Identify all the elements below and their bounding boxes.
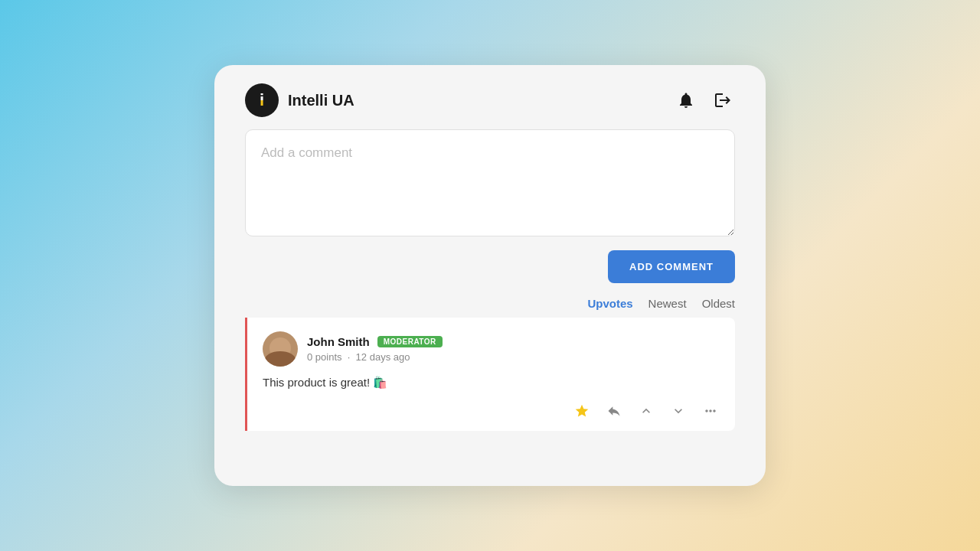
comment-time: 12 days ago (356, 351, 410, 363)
downvote-icon (671, 403, 686, 419)
main-card: i Intelli UA ADD COMMENT Upvotes Newest (214, 65, 766, 486)
app-name: Intelli UA (288, 92, 354, 109)
app-logo: i (245, 83, 279, 117)
bell-icon (677, 91, 695, 109)
upvote-icon (639, 403, 654, 419)
comments-list: John Smith MODERATOR 0 points · 12 days … (245, 318, 735, 431)
comment-author: John Smith (307, 335, 370, 348)
comment-meta: John Smith MODERATOR 0 points · 12 days … (307, 335, 443, 363)
more-button[interactable] (701, 402, 720, 420)
comment-actions (263, 402, 720, 420)
sort-oldest[interactable]: Oldest (702, 297, 735, 310)
comment-header: John Smith MODERATOR 0 points · 12 days … (263, 331, 720, 367)
notification-button[interactable] (674, 88, 698, 112)
logout-icon (714, 91, 732, 109)
logo-area: i Intelli UA (245, 83, 354, 117)
header: i Intelli UA (214, 65, 766, 129)
downvote-button[interactable] (669, 402, 688, 420)
comment-author-row: John Smith MODERATOR (307, 335, 443, 348)
comment-body: This product is great! 🛍️ (263, 376, 720, 390)
upvote-button[interactable] (637, 402, 655, 420)
sort-row: Upvotes Newest Oldest (245, 297, 735, 310)
logout-button[interactable] (710, 88, 735, 112)
comment-textarea[interactable] (245, 129, 735, 236)
main-content: ADD COMMENT Upvotes Newest Oldest John S… (214, 129, 766, 431)
logo-letter: i (260, 90, 264, 110)
sort-upvotes[interactable]: Upvotes (587, 297, 632, 310)
moderator-badge: MODERATOR (377, 336, 443, 347)
star-button[interactable] (573, 402, 591, 420)
star-icon (574, 403, 590, 419)
reply-icon (606, 403, 622, 419)
add-comment-button[interactable]: ADD COMMENT (608, 250, 735, 283)
header-icons (674, 88, 735, 112)
table-row: John Smith MODERATOR 0 points · 12 days … (245, 318, 735, 431)
avatar (263, 331, 298, 367)
sort-newest[interactable]: Newest (648, 297, 687, 310)
more-icon (703, 403, 718, 419)
comment-points-time: 0 points · 12 days ago (307, 351, 443, 363)
comment-points: 0 points (307, 351, 342, 363)
add-comment-row: ADD COMMENT (245, 250, 735, 283)
reply-button[interactable] (605, 402, 623, 420)
